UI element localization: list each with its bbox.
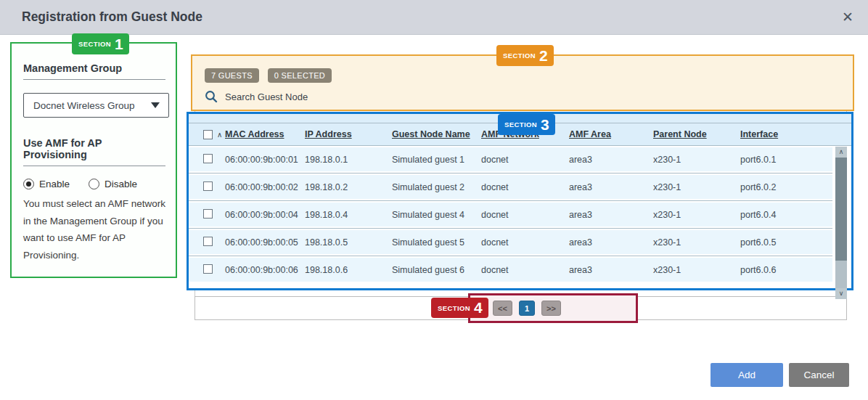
amf-provisioning-label: Use AMF for AP Provisioning [23,137,165,166]
row-checkbox[interactable] [203,264,213,274]
count-badges: 7 GUESTS 0 SELECTED [205,68,853,83]
cell-network: docnet [481,265,569,275]
cell-ip: 198.18.0.4 [305,210,392,220]
management-group-label: Management Group [23,62,165,80]
guest-count-badge: 7 GUESTS [205,68,259,83]
section-2-badge-number: 2 [539,49,548,63]
cell-ip: 198.18.0.2 [305,182,392,192]
selected-count-badge: 0 SELECTED [268,68,332,83]
radio-enable-dot-icon [23,179,34,189]
row-checkbox[interactable] [203,181,213,191]
cell-mac: 06:00:00:9b:00:02 [225,182,305,192]
cell-interface: port6.0.6 [740,265,832,275]
table-row[interactable]: 06:00:00:9b:00:02 198.18.0.2 Simulated g… [189,174,832,201]
row-checkbox[interactable] [203,154,213,163]
cell-area: area3 [569,155,653,165]
amf-provisioning-radios: Enable Disable [23,179,165,189]
dialog-title: Registration from Guest Node [22,9,202,25]
sort-ascending-icon[interactable]: ∧ [217,131,222,139]
cell-interface: port6.0.4 [740,210,832,220]
row-checkbox[interactable] [203,209,213,219]
pagination-section: << 1 >> [468,293,638,323]
management-group-dropdown[interactable]: Docnet Wireless Group [23,93,169,118]
cell-mac: 06:00:00:9b:00:06 [225,265,305,275]
cell-mac: 06:00:00:9b:00:04 [225,210,305,220]
cell-name: Simulated guest 2 [392,182,481,192]
scroll-up-icon[interactable]: ∧ [835,147,847,158]
amf-note-text: You must select an AMF network in the Ma… [23,195,172,264]
section-1-badge-label: SECTION [78,40,111,48]
table-row[interactable]: 06:00:00:9b:00:01 198.18.0.1 Simulated g… [189,146,832,174]
pagination-next-button[interactable]: >> [541,301,561,316]
cell-parent: x230-1 [653,237,740,248]
table-scrollbar[interactable]: ∧ ∨ [835,147,847,299]
table-body: 06:00:00:9b:00:01 198.18.0.1 Simulated g… [189,146,851,283]
cell-area: area3 [569,210,653,220]
section-2-badge-label: SECTION [503,52,536,60]
cell-area: area3 [569,237,653,248]
section-4-badge-number: 4 [474,301,483,315]
radio-disable[interactable]: Disable [89,179,137,189]
pagination-page-1-button[interactable]: 1 [519,301,535,316]
scroll-down-icon[interactable]: ∨ [835,288,847,299]
cell-ip: 198.18.0.5 [305,237,392,248]
cell-parent: x230-1 [653,182,740,192]
radio-enable[interactable]: Enable [23,179,70,189]
cell-mac: 06:00:00:9b:00:05 [225,237,305,248]
cell-ip: 198.18.0.6 [305,265,392,275]
row-checkbox[interactable] [203,237,213,246]
section-4-badge-label: SECTION [438,304,470,312]
search-icon [205,90,218,103]
cell-interface: port6.0.5 [740,237,832,248]
scrollbar-track[interactable] [835,261,847,288]
section-4-badge: SECTION 4 [431,298,488,318]
cell-name: Simulated guest 6 [392,265,481,275]
column-header-name[interactable]: Guest Node Name [392,129,481,139]
pagination-prev-button[interactable]: << [493,301,512,316]
cell-parent: x230-1 [653,155,740,165]
radio-disable-dot-icon [89,179,99,189]
table-row[interactable]: 06:00:00:9b:00:06 198.18.0.6 Simulated g… [189,256,832,283]
column-header-mac[interactable]: MAC Address [225,129,305,139]
cancel-button[interactable]: Cancel [789,363,849,387]
cell-interface: port6.0.2 [740,182,832,192]
cell-network: docnet [481,155,569,165]
radio-disable-label: Disable [105,179,137,189]
search-row [205,90,853,103]
cell-area: area3 [569,182,653,192]
cell-parent: x230-1 [653,265,740,275]
cell-parent: x230-1 [653,210,740,220]
guest-table-section: ∧ MAC Address IP Address Guest Node Name… [187,112,853,290]
management-group-section: Management Group Docnet Wireless Group U… [10,42,177,278]
cell-area: area3 [569,265,653,275]
section-1-badge: SECTION 1 [72,33,129,54]
section-2-badge: SECTION 2 [496,45,554,66]
radio-enable-label: Enable [39,179,70,189]
cell-network: docnet [481,237,569,248]
add-button[interactable]: Add [711,363,783,387]
cell-name: Simulated guest 1 [392,155,481,165]
table-row[interactable]: 06:00:00:9b:00:05 198.18.0.5 Simulated g… [189,229,832,256]
column-header-parent[interactable]: Parent Node [653,129,740,139]
section-3-badge-label: SECTION [504,121,537,128]
search-input[interactable] [225,91,443,102]
cell-name: Simulated guest 5 [392,237,481,248]
column-header-interface[interactable]: Interface [740,129,851,139]
column-header-ip[interactable]: IP Address [305,129,392,139]
cell-ip: 198.18.0.1 [305,155,392,165]
cell-mac: 06:00:00:9b:00:01 [225,155,305,165]
cell-interface: port6.0.1 [740,155,832,165]
select-all-cell: ∧ [203,130,225,139]
cell-network: docnet [481,210,569,220]
section-3-badge: SECTION 3 [498,114,555,135]
section-3-badge-number: 3 [541,118,549,132]
table-row[interactable]: 06:00:00:9b:00:04 198.18.0.4 Simulated g… [189,201,832,229]
registration-dialog: Registration from Guest Node ✕ Managemen… [0,0,868,400]
cell-network: docnet [481,182,569,192]
column-header-area[interactable]: AMF Area [569,129,653,139]
close-icon[interactable]: ✕ [842,9,853,26]
scrollbar-thumb[interactable] [835,158,847,261]
dropdown-caret-icon [151,102,160,108]
section-1-badge-number: 1 [115,37,123,52]
select-all-checkbox[interactable] [203,130,213,139]
